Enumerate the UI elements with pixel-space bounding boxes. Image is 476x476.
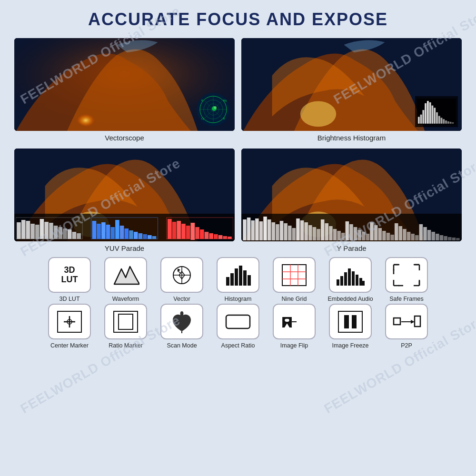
svg-rect-26 bbox=[429, 102, 431, 124]
svg-rect-192 bbox=[415, 316, 420, 327]
waveform-icon bbox=[112, 264, 139, 286]
svg-rect-86 bbox=[243, 219, 247, 240]
svg-rect-165 bbox=[362, 281, 365, 286]
icon-box-image-flip[interactable]: R R bbox=[273, 304, 316, 339]
icon-box-image-freeze[interactable] bbox=[329, 304, 372, 339]
safe-frames-icon bbox=[392, 263, 421, 288]
svg-rect-128 bbox=[415, 235, 419, 240]
icon-label-p2p: P2P bbox=[401, 342, 412, 349]
svg-text:R: R bbox=[201, 99, 203, 102]
svg-rect-53 bbox=[77, 233, 81, 239]
image-cell-vectorscope: R Mg B Cy Vectorscope bbox=[14, 38, 235, 142]
icon-label-image-freeze: Image Freeze bbox=[332, 342, 368, 349]
icon-item-ratio-marker: Ratio Marker bbox=[99, 304, 152, 349]
icon-label-audio: Embedded Audio bbox=[327, 295, 373, 303]
vector-icon bbox=[168, 263, 196, 288]
icon-box-vector[interactable] bbox=[160, 257, 203, 293]
svg-rect-81 bbox=[218, 235, 223, 239]
svg-rect-116 bbox=[366, 234, 370, 240]
icon-label-3dlut: 3D LUT bbox=[59, 295, 79, 303]
svg-rect-40 bbox=[17, 222, 21, 239]
svg-rect-50 bbox=[63, 228, 67, 239]
svg-rect-164 bbox=[359, 278, 362, 286]
icon-box-p2p[interactable] bbox=[385, 304, 428, 339]
icon-box-aspect-ratio[interactable] bbox=[217, 304, 259, 339]
aspect-ratio-icon bbox=[224, 309, 252, 334]
svg-rect-119 bbox=[378, 228, 382, 240]
svg-rect-60 bbox=[115, 220, 119, 239]
image-grid: R Mg B Cy Vectorscope bbox=[14, 38, 462, 252]
icons-row-2: Center Marker Ratio Marker bbox=[14, 304, 462, 349]
svg-rect-43 bbox=[30, 224, 35, 239]
icon-label-aspect-ratio: Aspect Ratio bbox=[221, 342, 255, 349]
svg-rect-49 bbox=[58, 227, 62, 239]
svg-rect-97 bbox=[288, 226, 292, 240]
vectorscope-overlay: R Mg B Cy bbox=[197, 93, 230, 126]
svg-rect-35 bbox=[450, 122, 452, 124]
icon-label-vector: Vector bbox=[173, 295, 190, 303]
image-cell-histogram: Brightness Histogram bbox=[241, 38, 462, 142]
icon-box-audio[interactable] bbox=[329, 257, 372, 293]
svg-rect-55 bbox=[92, 221, 97, 239]
icon-box-nine-grid[interactable] bbox=[273, 257, 316, 293]
svg-rect-41 bbox=[21, 220, 26, 239]
svg-rect-189 bbox=[394, 318, 400, 325]
icons-section: 3DLUT 3D LUT Waveform bbox=[14, 257, 462, 351]
icon-label-nine-grid: Nine Grid bbox=[282, 295, 307, 303]
icon-box-ratio-marker[interactable] bbox=[104, 304, 147, 339]
svg-rect-131 bbox=[427, 230, 431, 240]
svg-rect-52 bbox=[72, 232, 77, 239]
center-marker-icon bbox=[56, 309, 83, 334]
svg-rect-126 bbox=[407, 232, 411, 240]
svg-rect-132 bbox=[431, 232, 435, 240]
caption-yuv: YUV Parade bbox=[105, 244, 144, 252]
svg-rect-129 bbox=[419, 224, 423, 240]
svg-rect-75 bbox=[191, 223, 195, 240]
svg-rect-180 bbox=[119, 314, 133, 329]
svg-rect-106 bbox=[325, 223, 329, 240]
image-cell-y-parade: Y Parade bbox=[241, 149, 462, 252]
svg-rect-109 bbox=[337, 231, 341, 240]
svg-rect-99 bbox=[296, 218, 300, 240]
page-container: ACCURATE FOCUS AND EXPOSE bbox=[0, 0, 476, 476]
nine-grid-icon bbox=[280, 263, 308, 288]
icon-label-center-marker: Center Marker bbox=[50, 342, 89, 349]
svg-rect-102 bbox=[308, 225, 312, 240]
svg-rect-70 bbox=[168, 219, 172, 239]
icon-box-safe-frames[interactable] bbox=[385, 257, 428, 293]
image-frame-vectorscope: R Mg B Cy bbox=[14, 38, 235, 131]
svg-rect-111 bbox=[346, 221, 349, 240]
svg-rect-147 bbox=[226, 277, 229, 286]
svg-rect-82 bbox=[223, 236, 227, 239]
svg-rect-121 bbox=[387, 233, 390, 240]
svg-rect-29 bbox=[436, 112, 438, 124]
svg-rect-48 bbox=[54, 226, 58, 239]
icon-box-waveform[interactable] bbox=[104, 257, 147, 293]
icon-box-3dlut[interactable]: 3DLUT bbox=[48, 257, 91, 293]
svg-rect-160 bbox=[344, 272, 347, 286]
svg-rect-80 bbox=[214, 234, 218, 239]
icon-box-histogram[interactable] bbox=[217, 257, 259, 293]
svg-rect-108 bbox=[333, 229, 337, 240]
svg-rect-32 bbox=[443, 119, 445, 124]
svg-rect-36 bbox=[452, 122, 454, 124]
image-freeze-icon bbox=[337, 309, 364, 334]
svg-rect-95 bbox=[280, 221, 284, 240]
icon-box-scan-mode[interactable] bbox=[160, 304, 203, 339]
svg-rect-166 bbox=[394, 265, 419, 286]
svg-rect-134 bbox=[440, 235, 444, 240]
svg-rect-73 bbox=[181, 224, 186, 239]
histogram-icon bbox=[224, 263, 252, 288]
svg-rect-112 bbox=[349, 224, 353, 240]
svg-rect-33 bbox=[445, 120, 447, 124]
image-frame-yuv bbox=[14, 149, 235, 241]
icon-label-ratio-marker: Ratio Marker bbox=[109, 342, 143, 349]
svg-rect-137 bbox=[452, 238, 456, 240]
svg-rect-114 bbox=[357, 230, 361, 240]
icon-item-vector: Vector bbox=[156, 257, 208, 303]
icon-box-center-marker[interactable] bbox=[48, 304, 91, 339]
svg-rect-66 bbox=[143, 234, 147, 239]
svg-rect-56 bbox=[97, 224, 101, 239]
svg-rect-163 bbox=[356, 275, 358, 286]
svg-point-3 bbox=[73, 101, 109, 127]
